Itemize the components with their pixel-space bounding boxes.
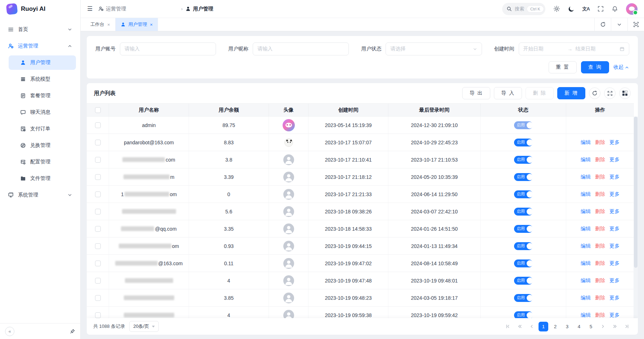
- delete-link[interactable]: 删除: [595, 139, 605, 146]
- sidebar-item-兑换管理[interactable]: 兑换管理: [9, 138, 76, 153]
- row-checkbox[interactable]: [95, 295, 101, 301]
- page-2[interactable]: 2: [550, 322, 560, 331]
- add-button[interactable]: 新 增: [557, 87, 585, 99]
- row-checkbox[interactable]: [95, 226, 101, 232]
- more-link[interactable]: 更多: [609, 174, 620, 180]
- more-link[interactable]: 更多: [609, 139, 620, 146]
- status-toggle[interactable]: 启用: [514, 173, 533, 181]
- edit-link[interactable]: 编辑: [581, 226, 591, 232]
- filter-daterange-创建时间[interactable]: 开始日期→结束日期: [519, 42, 629, 55]
- table-fullscreen-icon[interactable]: [604, 87, 616, 99]
- tab-menu-chevron-icon[interactable]: [611, 18, 627, 31]
- edit-link[interactable]: 编辑: [581, 208, 591, 215]
- sidebar-group-运营管理[interactable]: 运营管理: [4, 39, 76, 53]
- edit-link[interactable]: 编辑: [581, 191, 591, 198]
- tab-工作台[interactable]: 工作台×: [85, 18, 116, 31]
- delete-link[interactable]: 删除: [595, 208, 605, 215]
- row-checkbox[interactable]: [95, 140, 101, 145]
- more-link[interactable]: 更多: [609, 243, 620, 249]
- filter-input-用户昵称[interactable]: 请输入: [253, 42, 349, 55]
- sidebar-item-配置管理[interactable]: 配置管理: [9, 155, 76, 169]
- sidebar-collapse-button[interactable]: «: [5, 327, 14, 336]
- settings-gear-icon[interactable]: [553, 5, 560, 12]
- row-checkbox[interactable]: [95, 243, 101, 249]
- status-toggle[interactable]: 启用: [514, 190, 533, 198]
- edit-link[interactable]: 编辑: [581, 157, 591, 163]
- sidebar-item-home[interactable]: 首页: [4, 22, 76, 37]
- sidebar-item-套餐管理[interactable]: 套餐管理: [9, 89, 76, 103]
- collapse-filters-link[interactable]: 收起: [613, 64, 629, 71]
- more-link[interactable]: 更多: [609, 226, 620, 232]
- page-5[interactable]: 5: [586, 322, 596, 331]
- row-checkbox[interactable]: [95, 209, 101, 214]
- reset-button[interactable]: 重 置: [549, 61, 577, 73]
- sidebar-toggle-icon[interactable]: ☰: [87, 5, 93, 13]
- row-checkbox[interactable]: [95, 122, 101, 128]
- edit-link[interactable]: 编辑: [581, 174, 591, 180]
- sidebar-group-系统管理[interactable]: 系统管理: [4, 188, 76, 202]
- edit-link[interactable]: 编辑: [581, 139, 591, 146]
- edit-link[interactable]: 编辑: [581, 295, 591, 301]
- delete-link[interactable]: 删除: [595, 260, 605, 267]
- more-link[interactable]: 更多: [609, 260, 620, 267]
- row-checkbox[interactable]: [95, 191, 101, 197]
- notifications-bell-icon[interactable]: [612, 6, 618, 12]
- next-5-pages-icon[interactable]: [610, 322, 620, 331]
- status-toggle[interactable]: 启用: [514, 208, 533, 216]
- delete-link[interactable]: 删除: [595, 243, 605, 249]
- sidebar-item-聊天消息[interactable]: 聊天消息: [9, 105, 76, 119]
- tab-close-icon[interactable]: ×: [107, 22, 110, 27]
- row-checkbox[interactable]: [95, 312, 101, 318]
- import-button[interactable]: 导 入: [494, 87, 522, 99]
- global-search[interactable]: 搜索 Ctrl K: [502, 3, 545, 15]
- search-button[interactable]: 查 询: [581, 61, 609, 73]
- tab-用户管理[interactable]: 用户管理×: [116, 18, 158, 31]
- edit-link[interactable]: 编辑: [581, 260, 591, 267]
- sidebar-item-文件管理[interactable]: 文件管理: [9, 171, 76, 186]
- row-checkbox[interactable]: [95, 174, 101, 180]
- page-size-select[interactable]: 20条/页: [129, 321, 159, 332]
- status-toggle[interactable]: 启用: [514, 242, 533, 250]
- edit-link[interactable]: 编辑: [581, 277, 591, 284]
- sidebar-item-用户管理[interactable]: 用户管理: [9, 55, 76, 70]
- row-checkbox[interactable]: [95, 261, 101, 266]
- more-link[interactable]: 更多: [609, 157, 620, 163]
- dark-mode-moon-icon[interactable]: [568, 6, 575, 12]
- more-link[interactable]: 更多: [609, 295, 620, 301]
- page-4[interactable]: 4: [574, 322, 584, 331]
- edit-link[interactable]: 编辑: [581, 243, 591, 249]
- filter-select-用户状态[interactable]: 请选择: [386, 42, 482, 55]
- row-checkbox[interactable]: [95, 157, 101, 163]
- prev-5-pages-icon[interactable]: [515, 322, 524, 331]
- delete-link[interactable]: 删除: [595, 157, 605, 163]
- status-toggle[interactable]: 启用: [514, 225, 533, 233]
- more-link[interactable]: 更多: [609, 312, 620, 318]
- brand-logo[interactable]: Ruoyi AI: [0, 0, 80, 18]
- first-page-icon[interactable]: [503, 322, 513, 331]
- status-toggle[interactable]: 启用: [514, 156, 533, 164]
- next-page-icon[interactable]: [598, 322, 608, 331]
- more-link[interactable]: 更多: [609, 277, 620, 284]
- delete-link[interactable]: 删除: [595, 277, 605, 284]
- tab-maximize-icon[interactable]: [627, 18, 644, 31]
- export-button[interactable]: 导 出: [462, 87, 490, 99]
- last-page-icon[interactable]: [622, 322, 631, 331]
- breadcrumb-level1[interactable]: 运营管理: [98, 6, 178, 12]
- sidebar-item-系统模型[interactable]: 系统模型: [9, 72, 76, 86]
- page-3[interactable]: 3: [562, 322, 572, 331]
- select-all-checkbox[interactable]: [95, 107, 101, 113]
- status-toggle[interactable]: 启用: [514, 277, 533, 285]
- fullscreen-icon[interactable]: [598, 6, 604, 12]
- tab-close-icon[interactable]: ×: [150, 22, 153, 27]
- delete-link[interactable]: 删除: [595, 312, 605, 318]
- delete-link[interactable]: 删除: [595, 174, 605, 180]
- status-toggle[interactable]: 启用: [514, 139, 533, 146]
- status-toggle[interactable]: 启用: [514, 294, 533, 302]
- column-settings-icon[interactable]: [619, 87, 631, 99]
- delete-link[interactable]: 删除: [595, 295, 605, 301]
- prev-page-icon[interactable]: [527, 322, 536, 331]
- row-checkbox[interactable]: [95, 278, 101, 284]
- edit-link[interactable]: 编辑: [581, 312, 591, 318]
- tab-refresh-icon[interactable]: [594, 18, 611, 31]
- delete-button[interactable]: 删 除: [526, 87, 554, 99]
